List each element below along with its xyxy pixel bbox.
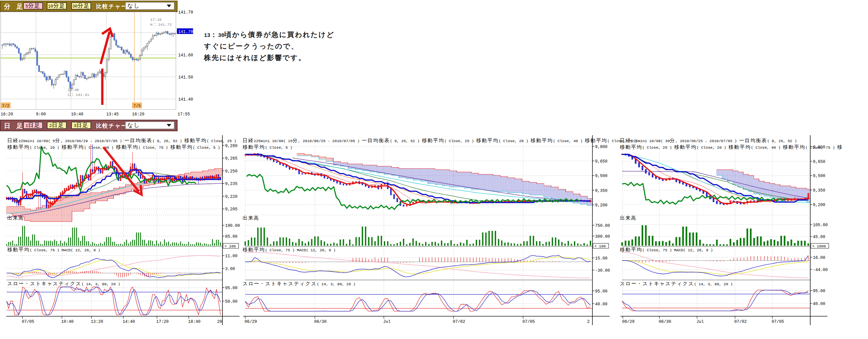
svg-text:07/02: 07/02 [734,319,747,324]
svg-text:日: 日 [4,123,11,130]
svg-text:17:10: 17:10 [150,18,162,22]
svg-text:141.70: 141.70 [178,30,193,34]
svg-text:出来高: 出来高 [243,215,259,221]
svg-text:141.79: 141.79 [178,10,193,15]
svg-text:H：141.72: H：141.72 [150,22,172,27]
svg-text:06/29: 06/29 [245,319,257,324]
svg-text:3.00: 3.00 [225,267,235,271]
svg-text:日経225mini 10/09( 15分, 2010/06/: 日経225mini 10/09( 15分, 2010/06/25 - 2010/… [243,138,637,144]
svg-text:06/30: 06/30 [659,319,671,324]
svg-text:3日足: 3日足 [73,122,89,129]
svg-text:141.40: 141.40 [178,97,193,102]
svg-text:9,650: 9,650 [595,159,608,164]
svg-text:16:20: 16:20 [132,112,145,117]
svg-text:なし: なし [127,122,140,129]
svg-text:× 100: × 100 [224,244,236,248]
svg-text:95.00: 95.00 [813,289,826,294]
svg-text:スロー・ストキャスティクス( 14, 3, 80, 20 ): スロー・ストキャスティクス( 14, 3, 80, 20 ) [243,281,355,287]
svg-text:9,280: 9,280 [225,144,238,148]
svg-text:30分足: 30分足 [72,3,90,9]
svg-text:9,350: 9,350 [813,188,826,193]
svg-text:9:00: 9:00 [36,112,46,117]
svg-text:株先にはそれほど影響です。: 株先にはそれほど影響です。 [204,54,306,62]
svg-text:9,220: 9,220 [225,195,238,199]
svg-text:9,500: 9,500 [595,174,608,178]
svg-text:9,200: 9,200 [595,203,608,208]
svg-text:足: 足 [16,123,24,130]
svg-text:スロー・ストキャスティクス( 14, 3, 80, 20 ): スロー・ストキャスティクス( 14, 3, 80, 20 ) [620,281,733,287]
svg-text:すぐにピークうったので、: すぐにピークうったので、 [204,43,299,50]
svg-text:13:20: 13:20 [91,319,103,324]
svg-text:07/05: 07/05 [772,319,784,324]
svg-text:06/30: 06/30 [314,319,327,324]
svg-text:移動平均( Close, 75 ) MACD( 12,: 移動平均( Close, 75 ) MACD( 12, 26, 9 ) [243,247,336,253]
svg-text:95.00: 95.00 [595,289,608,294]
svg-text:分: 分 [4,3,11,10]
svg-text:10分足: 10分足 [48,3,65,9]
svg-text:17:55: 17:55 [178,112,190,117]
svg-text:07/05: 07/05 [522,319,535,324]
svg-text:40.00: 40.00 [813,302,826,306]
svg-text:07/02: 07/02 [453,319,465,324]
svg-text:10:40: 10:40 [71,112,84,117]
svg-text:190.00: 190.00 [225,224,240,228]
svg-text:7/5: 7/5 [133,104,141,108]
svg-text:× 1000: × 1000 [812,244,826,248]
svg-text:300.00: 300.00 [595,234,610,239]
svg-text:11.00: 11.00 [225,254,238,259]
svg-text:20: 20 [217,319,222,324]
svg-text:750.00: 750.00 [595,224,610,228]
svg-text:9,200: 9,200 [813,203,826,207]
svg-text:85.00: 85.00 [225,234,238,239]
svg-text:出来高: 出来高 [7,215,24,221]
svg-text:9,235: 9,235 [225,182,238,186]
svg-text:日経225mini 10/09( 5分, 2010/06/2: 日経225mini 10/09( 5分, 2010/06/29 - 2010/0… [7,138,236,144]
svg-text:07/05: 07/05 [22,319,34,324]
svg-text:L：141.41: L：141.41 [68,92,89,98]
svg-text:移動平均( Close, 75 ) MACD( 12,: 移動平均( Close, 75 ) MACD( 12, 26, 9 ) [7,247,100,253]
svg-text:スロー・ストキャスティクス( 14, 3, 80, 20 ): スロー・ストキャスティクス( 14, 3, 80, 20 ) [7,281,120,287]
svg-text:移動平均( Close, 75 ) MACD( 12,: 移動平均( Close, 75 ) MACD( 12, 26, 9 ) [620,247,713,253]
svg-text:105.00: 105.00 [813,223,828,228]
svg-text:17:20: 17:20 [156,319,169,324]
svg-text:9,265: 9,265 [225,156,238,161]
svg-text:× 100: × 100 [594,244,606,248]
svg-text:14:40: 14:40 [123,319,135,324]
svg-text:9,650: 9,650 [813,160,826,164]
svg-text:-44.00: -44.00 [813,268,828,272]
svg-text:9,800: 9,800 [595,145,608,149]
svg-text:5分足: 5分足 [25,3,40,9]
svg-text:16:20: 16:20 [1,112,13,117]
svg-text:141.50: 141.50 [178,75,193,80]
svg-text:移動平均( Close, 5 ): 移動平均( Close, 5 ) [243,144,292,150]
svg-text:141.60: 141.60 [178,53,193,58]
svg-text:1日足: 1日足 [25,122,40,129]
svg-text:9,350: 9,350 [595,189,608,193]
svg-text:9,500: 9,500 [813,174,826,178]
svg-text:移動平均( Close, 20 ) 移動平均( Clos: 移動平均( Close, 20 ) 移動平均( Close, 40 ) 移動平均… [7,144,220,150]
svg-text:7/2: 7/2 [2,104,9,108]
svg-text:移動平均( Close, 25 ) 移動平均( Clos: 移動平均( Close, 25 ) 移動平均( Close, 20 ) 移動平均… [620,144,843,150]
svg-text:15.00: 15.00 [595,256,608,261]
svg-text:なし: なし [127,3,140,9]
svg-text:45.00: 45.00 [813,235,826,239]
svg-text:50.00: 50.00 [225,299,238,304]
svg-text:9,205: 9,205 [225,207,238,212]
svg-text:日経225mini 10/09( 30分, 2010/06/: 日経225mini 10/09( 30分, 2010/06/25 - 2010/… [620,138,797,144]
svg-text:出来高: 出来高 [620,215,637,221]
svg-text:2日足: 2日足 [49,122,64,129]
svg-text:2: 2 [587,319,590,324]
svg-text:40.00: 40.00 [595,302,608,307]
svg-text:18:40: 18:40 [188,319,201,324]
svg-text:Jul: Jul [696,319,704,324]
svg-text:16.00: 16.00 [813,256,826,260]
svg-text:95.00: 95.00 [225,286,238,291]
svg-text:10:40: 10:40 [68,88,79,92]
svg-text:Jul: Jul [383,319,391,324]
svg-text:足: 足 [16,3,24,10]
svg-text:06/29: 06/29 [622,319,635,324]
svg-text:-30.00: -30.00 [595,268,610,273]
svg-text:13:45: 13:45 [106,112,119,117]
svg-text:10:40: 10:40 [61,319,74,324]
svg-text:9,250: 9,250 [225,169,238,174]
